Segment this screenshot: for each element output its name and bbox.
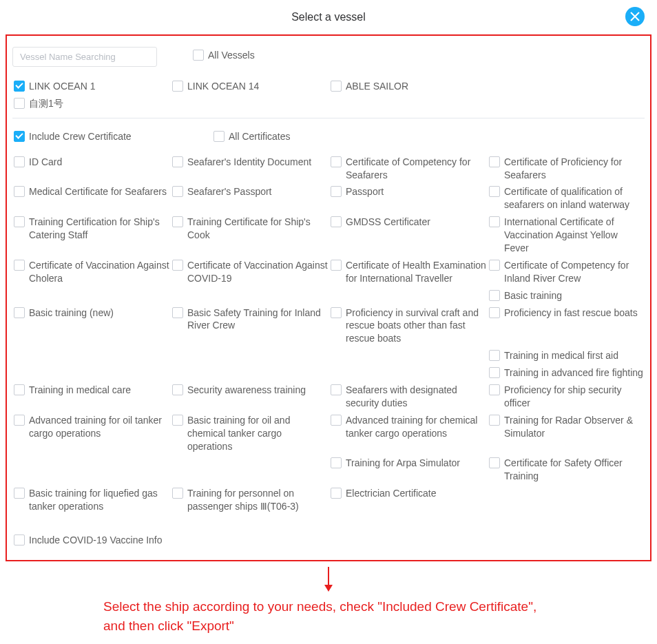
search-row: All Vessels [12,41,645,72]
certificate-checkbox[interactable]: GMDSS Certificater [329,214,488,257]
certificate-checkbox[interactable]: Certificate of Competency for Seafarers [329,154,488,184]
certificate-label: Seafarers with designated security dutie… [346,384,486,410]
certificate-checkbox[interactable]: Basic training for liquefied gas tanker … [12,485,171,515]
checkbox-icon [489,384,500,395]
vessel-checkbox[interactable]: ABLE SAILOR [329,78,488,95]
include-crew-cert-checkbox[interactable]: Include Crew Certificate [12,128,191,145]
certificate-checkbox[interactable]: Certificate of Proficiency for Seafarers [488,154,646,184]
certificate-checkbox[interactable]: ID Card [12,154,171,184]
cert-header-row: Include Crew Certificate All Certificate… [12,123,645,151]
certificate-checkbox[interactable]: Certificate of Vaccination Against COVID… [171,257,329,287]
dialog-title: Select a vessel [291,11,366,23]
certificate-checkbox[interactable]: Certificate of Vaccination Against Chole… [12,257,171,287]
certificate-checkbox[interactable]: Training for Radar Observer & Simulator [488,412,646,455]
certificate-label: Basic training [504,289,562,302]
certificate-checkbox[interactable]: International Certificate of Vaccination… [488,214,646,257]
certificate-label: Training Certification for Ship's Cateri… [29,216,169,242]
certificate-checkbox[interactable]: Basic Safety Training for Inland River C… [171,304,329,348]
certificate-checkbox[interactable]: Training for Arpa Simulator [329,455,488,485]
certificate-label: Certificate of qualification of seafarer… [504,185,645,211]
certificate-checkbox[interactable]: Seafarer's Passport [171,183,329,214]
checkbox-icon [14,415,25,426]
certificate-checkbox[interactable]: Training in medical first aid [488,347,646,364]
include-covid-checkbox[interactable]: Include COVID-19 Vaccine Info [12,532,164,549]
certificate-checkbox[interactable]: Certificate for Safety Officer Training [488,455,646,485]
checkbox-icon [172,415,183,426]
certificate-checkbox[interactable]: Basic training (new) [12,304,171,348]
certificate-label: Proficiency in survival craft and rescue… [346,307,486,346]
checkbox-icon [172,307,183,318]
certificate-checkbox[interactable]: Passport [329,183,488,214]
vessel-checkbox[interactable]: LINK OCEAN 14 [171,78,329,95]
certificate-checkbox[interactable]: Training Certificate for Ship's Cook [171,214,329,257]
certificate-checkbox[interactable]: Advanced training for oil tanker cargo o… [12,412,171,455]
certificate-checkbox[interactable]: Medical Certificate for Seafarers [12,183,171,214]
dialog-header: Select a vessel [0,0,657,34]
checkbox-icon [172,384,183,395]
certificate-checkbox[interactable]: Security awareness training [171,382,329,412]
checkbox-icon [172,186,183,197]
certificate-checkbox[interactable]: Seafarers with designated security dutie… [329,382,488,412]
certificate-label: Certificate of Vaccination Against Chole… [29,259,169,285]
certificate-label: Training in medical care [29,384,131,397]
checkbox-icon [172,488,183,499]
close-button[interactable] [625,7,645,26]
certificate-checkbox[interactable]: Training for personnel on passenger ship… [171,485,329,515]
certificate-label: Certificate of Health Examination for In… [346,259,486,285]
certificate-checkbox[interactable]: Certificate of Health Examination for In… [329,257,488,287]
certificate-checkbox[interactable]: Electrician Certificate [329,485,488,515]
vessel-label: 自测1号 [29,97,63,110]
certificate-label: Basic training for oil and chemical tank… [187,414,328,453]
checkbox-icon [14,384,25,395]
certificate-label: Training for Radar Observer & Simulator [504,414,645,440]
checkbox-icon [213,131,225,142]
certificate-label: Seafarer's Passport [187,185,272,198]
vessel-search-input[interactable] [12,47,157,67]
checkbox-icon [331,81,342,92]
certificate-checkbox[interactable]: Advanced training for chemical tanker ca… [329,412,488,455]
covid-row: Include COVID-19 Vaccine Info [12,518,645,554]
certificate-label: Certificate of Competency for Seafarers [346,156,486,182]
certificate-label: Certificate of Vaccination Against COVID… [187,259,328,285]
checkbox-icon [489,290,500,301]
checkbox-icon [14,81,25,92]
checkbox-icon [14,307,25,318]
certificate-label: Training for Arpa Simulator [346,457,460,470]
certificates-grid: ID CardSeafarer's Identity DocumentCerti… [12,151,645,518]
certificate-label: Advanced training for chemical tanker ca… [346,414,486,440]
checkbox-icon [489,457,500,468]
certificate-label: Training for personnel on passenger ship… [187,487,328,513]
checkbox-icon [14,156,25,167]
all-vessels-checkbox[interactable]: All Vessels [191,47,256,67]
checkbox-icon [489,260,500,271]
all-certificates-checkbox[interactable]: All Certificates [212,128,291,145]
certificate-checkbox[interactable]: Seafarer's Identity Document [171,154,329,184]
vessel-checkbox[interactable]: LINK OCEAN 1 [12,78,171,95]
certificate-checkbox[interactable]: Certificate of Competency for Inland Riv… [488,257,646,287]
checkbox-icon [489,415,500,426]
vessel-label: LINK OCEAN 14 [187,80,259,93]
certificate-checkbox[interactable]: Training Certification for Ship's Cateri… [12,214,171,257]
vessel-label: ABLE SAILOR [346,80,408,93]
certificate-checkbox[interactable]: Proficiency in fast rescue boats [488,304,646,348]
certificate-label: Training in medical first aid [504,349,618,362]
checkbox-icon [331,384,342,395]
checkbox-icon [14,131,25,142]
certificate-checkbox[interactable]: Proficiency for ship security officer [488,382,646,412]
arrow-down-icon [322,567,335,592]
certificate-label: Advanced training for oil tanker cargo o… [29,414,169,440]
checkbox-icon [331,216,342,227]
certificate-checkbox[interactable]: Basic training for oil and chemical tank… [171,412,329,455]
certificate-label: International Certificate of Vaccination… [504,216,645,255]
certificate-label: GMDSS Certificater [346,216,430,229]
certificate-checkbox[interactable]: Certificate of qualification of seafarer… [488,183,646,214]
certificate-checkbox[interactable]: Training in advanced fire fighting [488,364,646,382]
certificate-label: Basic training (new) [29,307,114,320]
checkbox-icon [14,488,25,499]
certificate-checkbox[interactable]: Basic training [488,287,646,304]
certificate-checkbox[interactable]: Proficiency in survival craft and rescue… [329,304,488,348]
checkbox-icon [172,81,183,92]
vessel-checkbox[interactable]: 自测1号 [12,95,171,112]
checkbox-icon [331,186,342,197]
certificate-checkbox[interactable]: Training in medical care [12,382,171,412]
